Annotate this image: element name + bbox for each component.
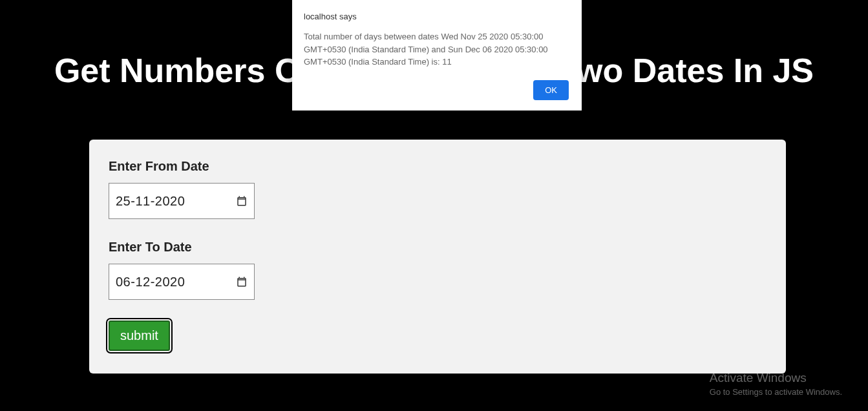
alert-source: localhost says	[304, 12, 569, 21]
windows-activation-watermark: Activate Windows Go to Settings to activ…	[710, 371, 842, 397]
form-card: Enter From Date 25-11-2020 Enter To Date…	[89, 140, 786, 374]
alert-actions: OK	[304, 80, 569, 100]
calendar-icon[interactable]	[236, 195, 248, 207]
watermark-title: Activate Windows	[710, 371, 842, 385]
to-date-value: 06-12-2020	[116, 275, 185, 290]
to-date-group: Enter To Date 06-12-2020	[109, 240, 767, 300]
alert-message: Total number of days between dates Wed N…	[304, 30, 569, 68]
to-date-input[interactable]: 06-12-2020	[109, 264, 255, 300]
submit-button[interactable]: submit	[109, 321, 170, 351]
alert-dialog: localhost says Total number of days betw…	[292, 0, 582, 111]
from-date-value: 25-11-2020	[116, 194, 185, 209]
watermark-subtitle: Go to Settings to activate Windows.	[710, 387, 842, 397]
alert-ok-button[interactable]: OK	[533, 80, 569, 100]
to-date-label: Enter To Date	[109, 240, 767, 255]
from-date-group: Enter From Date 25-11-2020	[109, 159, 767, 219]
from-date-label: Enter From Date	[109, 159, 767, 174]
calendar-icon[interactable]	[236, 276, 248, 288]
from-date-input[interactable]: 25-11-2020	[109, 183, 255, 219]
